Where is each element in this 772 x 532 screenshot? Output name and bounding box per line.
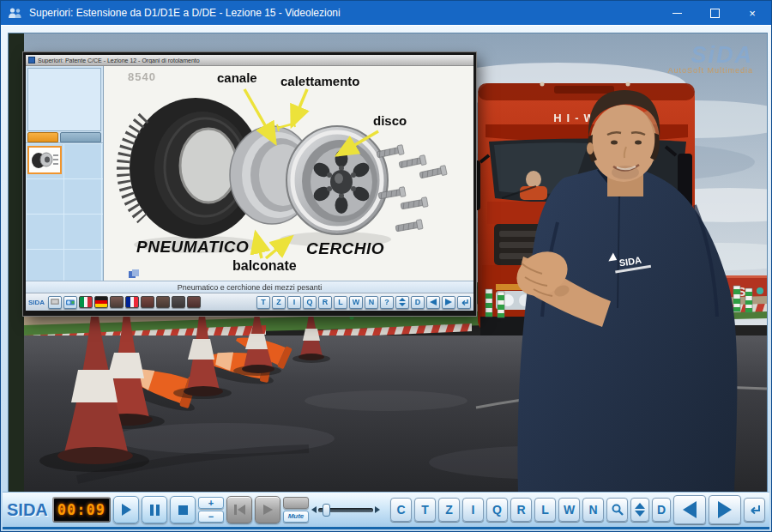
label-disco: disco: [373, 113, 407, 128]
previous-lesson-button[interactable]: [673, 495, 706, 524]
previous-button-disabled[interactable]: [226, 496, 252, 523]
slide-thumbnail-grid[interactable]: [26, 142, 103, 281]
slide-status-bar: Pneumatico e cerchione dei mezzi pesanti: [26, 281, 473, 293]
spinner-button[interactable]: [630, 498, 649, 522]
key-c-button[interactable]: C: [390, 498, 412, 522]
left-shadow: [9, 33, 24, 493]
slide-next-button[interactable]: [442, 296, 455, 309]
key-z-button[interactable]: Z: [438, 498, 460, 522]
window-title: Superiori: Estensione da D1/D1E a D/DE -…: [29, 7, 658, 19]
slide-window-titlebar: Superiori: Patente C/CE - Lezione 12 - O…: [26, 55, 473, 66]
key-t-button[interactable]: T: [414, 498, 436, 522]
player-logo: SIDA: [7, 500, 48, 520]
label-balconate: balconate: [232, 258, 297, 274]
slide-tool-screen-button[interactable]: [48, 296, 62, 309]
next-button-disabled[interactable]: [255, 496, 280, 523]
slide-key-d[interactable]: D: [411, 296, 425, 309]
sidebar-tab-active[interactable]: [27, 132, 58, 142]
maximize-icon: [710, 9, 720, 18]
key-l-button[interactable]: L: [534, 498, 556, 522]
stop-icon: [178, 505, 188, 515]
slide-corner-icon: [129, 268, 139, 278]
flag-italy-button[interactable]: [79, 296, 93, 308]
flag-disabled-button-3[interactable]: [156, 296, 170, 308]
slide-sidebar-panel: [27, 68, 101, 131]
player-bar: SIDA 00:09 + − Mute: [3, 492, 769, 529]
search-icon: [612, 504, 624, 516]
slide-key-w[interactable]: W: [349, 296, 363, 309]
slide-key-r[interactable]: R: [318, 296, 332, 309]
slide-canvas: 8540 canale calettamento disco PNEUMATIC…: [104, 66, 473, 281]
slide-window: Superiori: Patente C/CE - Lezione 12 - O…: [23, 52, 476, 316]
mute-button[interactable]: Mute: [283, 511, 309, 523]
rim-disc-graphic: [286, 126, 388, 234]
slide-sidebar: [26, 66, 104, 281]
video-area[interactable]: L I S: [8, 33, 768, 494]
slider-thumb[interactable]: [323, 504, 330, 517]
slide-key-help[interactable]: ?: [380, 296, 394, 309]
slide-key-n[interactable]: N: [365, 296, 378, 309]
big-right-arrow-icon: [718, 501, 732, 518]
player-timer: 00:09: [52, 497, 111, 523]
skip-back-icon: [234, 505, 245, 515]
audio-mode-button[interactable]: [283, 497, 309, 509]
key-i-button[interactable]: I: [462, 498, 484, 522]
enter-button[interactable]: [744, 498, 765, 522]
volume-up-button[interactable]: +: [198, 497, 224, 509]
maximize-button[interactable]: [696, 1, 733, 25]
play-button[interactable]: [113, 496, 139, 523]
next-lesson-button[interactable]: [709, 495, 741, 524]
slide-window-icon: [28, 57, 35, 63]
titlebar: Superiori: Estensione da D1/D1E a D/DE -…: [1, 1, 771, 25]
key-n-button[interactable]: N: [582, 498, 604, 522]
pause-button[interactable]: [142, 496, 167, 523]
key-w-button[interactable]: W: [558, 498, 580, 522]
slide-prev-button[interactable]: [426, 296, 440, 309]
slide-thumbnail-selected[interactable]: [27, 146, 62, 174]
slide-number: 8540: [128, 70, 156, 83]
slider-left-icon: [311, 506, 317, 513]
big-left-arrow-icon: [683, 501, 697, 518]
flag-disabled-button-5[interactable]: [187, 296, 201, 308]
application-window: Superiori: Estensione da D1/D1E a D/DE -…: [0, 0, 772, 532]
pause-icon: [150, 505, 160, 516]
stop-button[interactable]: [170, 496, 196, 523]
key-q-button[interactable]: Q: [486, 498, 508, 522]
slide-key-l[interactable]: L: [334, 296, 347, 309]
flag-france-button[interactable]: [125, 296, 139, 308]
flag-disabled-button-1[interactable]: [110, 296, 124, 308]
close-icon: ×: [749, 7, 756, 20]
flag-germany-button[interactable]: [94, 296, 108, 308]
slider-track[interactable]: [318, 508, 373, 512]
play-icon: [122, 504, 131, 516]
key-r-button[interactable]: R: [510, 498, 532, 522]
enter-icon: [461, 299, 468, 306]
slide-tool-projector-button[interactable]: [63, 296, 77, 309]
slide-key-q[interactable]: Q: [303, 296, 317, 309]
play-gray-icon: [263, 505, 273, 515]
slide-enter-button[interactable]: [457, 296, 471, 309]
volume-down-button[interactable]: −: [198, 511, 224, 523]
label-cerchio: CERCHIO: [306, 239, 384, 258]
search-button[interactable]: [606, 498, 628, 522]
close-button[interactable]: ×: [733, 1, 771, 25]
app-people-icon: [8, 7, 22, 20]
label-calettamento: calettamento: [280, 74, 360, 88]
slide-toolbar: SIDA T Z I: [26, 293, 473, 311]
slide-key-z[interactable]: Z: [272, 296, 286, 309]
key-d-button[interactable]: D: [652, 498, 671, 522]
label-canale: canale: [217, 70, 257, 85]
right-arrow-icon: [445, 299, 452, 305]
slide-key-i[interactable]: I: [287, 296, 301, 309]
volume-slider[interactable]: [311, 496, 380, 523]
sidebar-tab-inactive[interactable]: [60, 132, 101, 142]
minimize-button[interactable]: [658, 1, 696, 25]
flag-disabled-button-2[interactable]: [141, 296, 154, 308]
slide-spinner-button[interactable]: [395, 296, 409, 309]
slide-window-title: Superiori: Patente C/CE - Lezione 12 - O…: [38, 57, 200, 63]
up-down-icon: [399, 298, 406, 306]
flag-disabled-button-4[interactable]: [172, 296, 185, 308]
left-arrow-icon: [430, 299, 437, 305]
slide-key-t[interactable]: T: [256, 296, 270, 309]
app-frame: L I S: [1, 25, 771, 531]
